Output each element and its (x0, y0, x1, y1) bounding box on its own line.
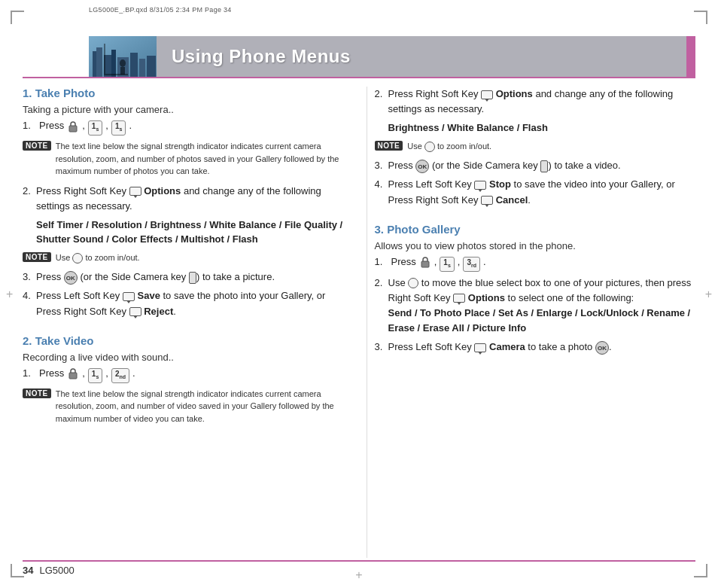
left-soft-key-icon-1 (123, 292, 135, 301)
step4-content-photo: Press Left Soft Key Save to save the pho… (36, 288, 344, 318)
note-label-1: NOTE (23, 141, 51, 151)
nav-circle-icon-1 (72, 253, 83, 264)
right-column: 2. Press Right Soft Key Options and chan… (367, 87, 696, 558)
svg-rect-4 (111, 50, 116, 77)
ok-btn-icon-1: OK (64, 271, 78, 285)
take-photo-step4: 4. Press Left Soft Key Save to save the … (23, 288, 344, 318)
svg-rect-6 (130, 53, 138, 77)
take-photo-step1: 1. Press , 1s , 1s . (23, 120, 344, 136)
nav-circle-icon-3 (408, 278, 418, 288)
step3-num-video: 3. (375, 158, 388, 173)
take-photo-subtitle: Taking a picture with your camera.. (23, 104, 344, 115)
step2-options-label: Options (144, 185, 181, 197)
photo-gallery-subtitle: Allows you to view photos stored in the … (375, 240, 696, 251)
right-soft-key-icon-2 (129, 307, 141, 316)
take-video-step2-settings: Brightness / White Balance / Flash (388, 120, 696, 136)
step3-num-gallery: 3. (375, 340, 388, 355)
corner-mark-tr (694, 11, 707, 24)
key-1s2-icon: 1s (111, 120, 126, 136)
svg-rect-2 (96, 47, 102, 77)
step3-content-gallery: Press Left Soft Key Camera to take a pho… (388, 340, 696, 355)
take-photo-section: 1. Take Photo Taking a picture with your… (23, 87, 344, 319)
right-soft-key-icon-5 (453, 294, 465, 303)
note-text-1: The text line below the signal strength … (56, 140, 344, 178)
footer-page-number: 34 (23, 565, 33, 576)
step3-content-photo: Press OK (or the Side Camera key ) to ta… (36, 270, 344, 285)
comma1: , (82, 120, 85, 131)
left-soft-key-icon-3 (474, 343, 486, 352)
take-video-section: 2. Take Video Recording a live video wit… (23, 334, 344, 425)
key-2nd-icon: 2nd (111, 368, 129, 383)
print-info: LG5000E_.BP.qxd 8/31/05 2:34 PM Page 34 (89, 6, 232, 14)
take-video-step3: 3. Press OK (or the Side Camera key ) to… (375, 158, 696, 173)
step1-press-gallery: Press (391, 256, 416, 267)
right-soft-key-icon-3 (481, 90, 493, 99)
step4-cancel-label: Cancel (496, 194, 528, 206)
take-video-subtitle: Recording a live video with sound.. (23, 352, 344, 363)
left-soft-key-icon-2 (474, 181, 486, 190)
footer: 34 LG5000 (23, 560, 695, 576)
footer-model-name: LG5000 (39, 565, 74, 576)
step3-camera-label: Camera (489, 341, 525, 352)
take-photo-note2: NOTE Use to zoom in/out. (23, 251, 344, 264)
note-text-2: Use to zoom in/out. (56, 251, 140, 264)
ok-btn-icon-3: OK (595, 341, 609, 355)
note-text-4: Use to zoom in/out. (407, 140, 491, 153)
reg-mark-right: + (705, 288, 712, 301)
step3-content-video: Press OK (or the Side Camera key ) to ta… (388, 158, 696, 173)
header-bar: Using Phone Menus (89, 36, 695, 77)
lock-key-icon-3 (420, 256, 430, 269)
take-video-step2: 2. Press Right Soft Key Options and chan… (375, 87, 696, 117)
key-1s-icon: 1s (88, 120, 102, 136)
step1-num-video: 1. (23, 367, 36, 379)
note-label-2: NOTE (23, 252, 51, 262)
comma4: , (105, 367, 108, 379)
period1: . (129, 120, 132, 131)
step2-num-gallery: 2. (375, 276, 388, 291)
take-video-title: 2. Take Video (23, 334, 344, 347)
ok-btn-icon-2: OK (415, 160, 429, 173)
svg-rect-8 (147, 56, 156, 77)
take-photo-step3: 3. Press OK (or the Side Camera key ) to… (23, 270, 344, 285)
nav-circle-icon-2 (424, 142, 435, 152)
svg-rect-7 (139, 59, 145, 77)
photo-gallery-section: 3. Photo Gallery Allows you to view phot… (375, 223, 696, 355)
step4-save-label: Save (138, 290, 160, 301)
lock-key-icon-2 (68, 367, 78, 380)
step4-num-video: 4. (375, 177, 388, 192)
take-video-right: 2. Press Right Soft Key Options and chan… (375, 87, 696, 208)
comma3: , (82, 367, 85, 379)
step4-reject-label: Reject (144, 306, 173, 317)
step3-num-photo: 3. (23, 270, 36, 285)
photo-gallery-step3: 3. Press Left Soft Key Camera to take a … (375, 340, 696, 355)
take-video-step1: 1. Press , 1s , 2nd . (23, 367, 344, 383)
period2: . (132, 367, 135, 379)
note-text-3: The text line below the signal strength … (56, 388, 344, 425)
right-soft-key-icon-4 (481, 196, 493, 205)
step2-content-video: Press Right Soft Key Options and change … (388, 87, 696, 117)
comma6: , (458, 256, 461, 267)
comma5: , (434, 256, 437, 267)
photo-gallery-step1: 1. Press , 1s , 3rd . (375, 256, 696, 272)
step1-press: Press (39, 120, 64, 131)
step4-content-video: Press Left Soft Key Stop to save the vid… (388, 177, 696, 207)
main-content: 1. Take Photo Taking a picture with your… (23, 87, 695, 558)
svg-rect-10 (120, 67, 125, 75)
step1-press-video: Press (39, 367, 64, 379)
comma2: , (105, 120, 108, 131)
svg-rect-12 (69, 373, 77, 379)
note-label-4: NOTE (375, 141, 403, 151)
take-photo-step2-settings: Self Timer / Resolution / Brightness / W… (36, 218, 344, 247)
photo-gallery-title: 3. Photo Gallery (375, 223, 696, 236)
corner-mark-br (694, 564, 707, 577)
reg-mark-left: + (6, 288, 13, 301)
header-image (89, 36, 157, 77)
lock-key-icon (68, 120, 78, 133)
header-image-svg (89, 36, 157, 77)
take-photo-step2: 2. Press Right Soft Key Options and chan… (23, 184, 344, 214)
corner-mark-tl (11, 11, 24, 24)
take-photo-title: 1. Take Photo (23, 87, 344, 99)
step2-options-video: Options (496, 88, 533, 99)
svg-rect-3 (104, 55, 111, 77)
note-label-3: NOTE (23, 388, 51, 398)
